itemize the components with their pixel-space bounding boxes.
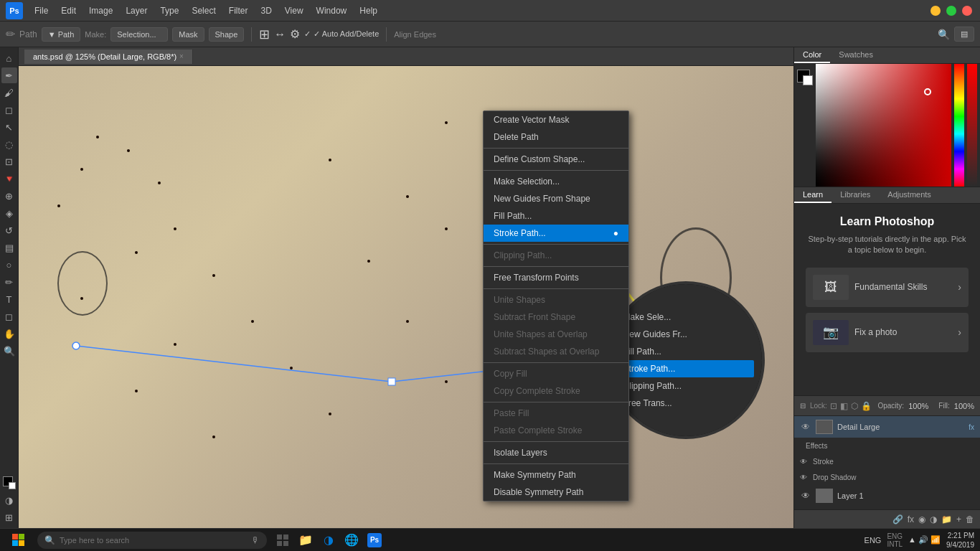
tab-learn[interactable]: Learn xyxy=(794,187,831,203)
menu-edit[interactable]: Edit xyxy=(55,3,82,19)
home-tool[interactable]: ⌂ xyxy=(1,50,17,66)
brush-tool[interactable]: 🖌 xyxy=(1,85,17,100)
lock-position-icon[interactable]: ⊡ xyxy=(830,401,837,411)
new-layer-button[interactable]: + xyxy=(956,514,961,524)
stroke-visibility-icon[interactable]: 👁 xyxy=(800,458,807,466)
stroke-effect-row[interactable]: 👁 Stroke xyxy=(794,453,980,469)
color-gradient[interactable] xyxy=(816,64,951,187)
hue-slider[interactable] xyxy=(954,64,964,187)
ctx-new-guides[interactable]: New Guides From Shape xyxy=(484,190,628,207)
ctx-subtract-front[interactable]: Subtract Front Shape xyxy=(484,309,628,326)
ctx-fill-path[interactable]: Fill Path... xyxy=(484,207,628,225)
background-color[interactable] xyxy=(803,75,813,85)
transform-icon[interactable]: ⊞ xyxy=(259,27,270,42)
ctx-disable-symmetry[interactable]: Disable Symmetry Path xyxy=(484,484,628,501)
ctx-delete-path[interactable]: Delete Path xyxy=(484,128,628,146)
selection-tool[interactable]: ↖ xyxy=(1,119,17,135)
ctx-clipping-path[interactable]: Clipping Path... xyxy=(484,247,628,264)
crop-tool[interactable]: ⊡ xyxy=(1,154,17,169)
shape-button[interactable]: Shape xyxy=(209,27,245,42)
group-layers-button[interactable]: 📁 xyxy=(941,514,952,524)
pen-tool[interactable]: ✒ xyxy=(1,67,17,83)
alpha-slider[interactable] xyxy=(967,64,977,187)
menu-layer[interactable]: Layer xyxy=(120,3,153,19)
layer-mask-button[interactable]: ◉ xyxy=(918,514,925,524)
menu-3d[interactable]: 3D xyxy=(255,3,277,19)
drop-shadow-visibility-icon[interactable]: 👁 xyxy=(800,474,807,481)
menu-select[interactable]: Select xyxy=(186,3,221,19)
menu-window[interactable]: Window xyxy=(311,3,353,19)
history-brush-tool[interactable]: ↺ xyxy=(1,222,17,238)
color-cursor[interactable] xyxy=(924,88,931,95)
lock-pixel-icon[interactable]: ◧ xyxy=(840,401,848,411)
menu-type[interactable]: Type xyxy=(154,3,184,19)
tab-libraries[interactable]: Libraries xyxy=(831,187,879,203)
taskbar-app-explorer[interactable]: 📁 xyxy=(296,530,316,550)
view-mode-button[interactable]: ▤ xyxy=(954,27,974,42)
drop-shadow-row[interactable]: 👁 Drop Shadow xyxy=(794,469,980,485)
canvas-content[interactable]: Create Vector Mask Delete Path Define Cu… xyxy=(19,66,793,528)
mask-button[interactable]: Mask xyxy=(172,27,204,42)
delete-layer-button[interactable]: 🗑 xyxy=(966,514,974,524)
auto-add-delete[interactable]: ✓ ✓ Auto Add/Delete xyxy=(304,29,379,39)
close-button[interactable] xyxy=(962,6,972,16)
ctx-define-custom-shape[interactable]: Define Custom Shape... xyxy=(484,151,628,168)
taskbar-search-input[interactable] xyxy=(60,536,247,545)
layer-fx-icon[interactable]: fx xyxy=(969,423,974,431)
ctx-unite-at-overlap[interactable]: Unite Shapes at Overlap xyxy=(484,326,628,343)
hand-tool[interactable]: ✋ xyxy=(1,326,17,342)
ctx-free-transform[interactable]: Free Transform Points xyxy=(484,269,628,286)
taskbar-app-edge[interactable]: ◑ xyxy=(319,530,339,550)
layer-visibility-detail-large[interactable]: 👁 xyxy=(800,421,811,433)
link-layers-button[interactable]: 🔗 xyxy=(892,514,903,524)
taskbar-app-ps[interactable]: Ps xyxy=(364,530,385,550)
settings-icon[interactable]: ⚙ xyxy=(290,27,300,41)
ctx-subtract-at-overlap[interactable]: Subtract Shapes at Overlap xyxy=(484,343,628,360)
tab-color[interactable]: Color xyxy=(794,47,830,63)
fg-bg-color[interactable] xyxy=(794,64,816,187)
fill-value[interactable]: 100% xyxy=(954,402,974,410)
taskbar-mic-icon[interactable]: 🎙 xyxy=(251,535,260,545)
screen-mode-tool[interactable]: ⊞ xyxy=(1,509,17,525)
taskbar-app-chrome[interactable]: 🌐 xyxy=(341,530,362,550)
ctx-unite-shapes[interactable]: Unite Shapes xyxy=(484,291,628,309)
move-icon[interactable]: ↔ xyxy=(274,28,286,41)
zoom-tool[interactable]: 🔍 xyxy=(1,343,17,359)
layer-style-button[interactable]: fx xyxy=(908,514,914,524)
opacity-value[interactable]: 100% xyxy=(908,402,928,410)
layer-row-layer1[interactable]: 👁 Layer 1 xyxy=(794,485,980,507)
quick-mask-tool[interactable]: ◑ xyxy=(1,492,17,508)
system-tray-icons[interactable]: ▲ 🔊 📶 xyxy=(908,535,941,545)
maximize-button[interactable] xyxy=(946,6,956,16)
adjustment-layer-button[interactable]: ◑ xyxy=(930,514,937,524)
selection-button[interactable]: Selection... xyxy=(110,27,168,42)
path-selector[interactable]: ▼ Path xyxy=(42,27,81,42)
ctx-paste-stroke[interactable]: Paste Complete Stroke xyxy=(484,422,628,439)
taskbar-search-box[interactable]: 🔍 🎙 xyxy=(37,532,267,549)
pen-path-tool[interactable]: ✏ xyxy=(1,274,17,290)
shape-tool[interactable]: ◻ xyxy=(1,309,17,324)
ctx-isolate-layers[interactable]: Isolate Layers xyxy=(484,444,628,461)
tab-adjustments[interactable]: Adjustments xyxy=(879,187,940,203)
search-icon[interactable]: 🔍 xyxy=(938,29,950,40)
clone-tool[interactable]: ◈ xyxy=(1,205,17,221)
fg-bg-swatch[interactable] xyxy=(797,70,813,85)
ctx-create-vector-mask[interactable]: Create Vector Mask xyxy=(484,111,628,128)
canvas-tab-ants[interactable]: ants.psd @ 125% (Detail Large, RGB/8*) × xyxy=(24,50,193,64)
start-button[interactable] xyxy=(6,530,32,550)
ctx-make-selection[interactable]: Make Selection... xyxy=(484,173,628,190)
learn-card-fundamental[interactable]: 🖼 Fundamental Skills › xyxy=(806,268,969,307)
ctx-stroke-path[interactable]: Stroke Path... ● xyxy=(484,225,628,242)
heal-tool[interactable]: ⊕ xyxy=(1,188,17,204)
ctx-copy-fill[interactable]: Copy Fill xyxy=(484,365,628,382)
ctx-copy-stroke[interactable]: Copy Complete Stroke xyxy=(484,382,628,400)
learn-card-fix-photo[interactable]: 📷 Fix a photo › xyxy=(806,313,969,352)
type-tool[interactable]: T xyxy=(1,291,17,307)
minimize-button[interactable] xyxy=(930,6,941,16)
tab-swatches[interactable]: Swatches xyxy=(830,47,882,63)
taskbar-app-store[interactable] xyxy=(273,530,293,550)
layer-row-detail-large[interactable]: 👁 Detail Large fx xyxy=(794,416,980,438)
lasso-tool[interactable]: ◌ xyxy=(1,136,17,152)
canvas-tab-close[interactable]: × xyxy=(179,52,184,60)
menu-view[interactable]: View xyxy=(279,3,309,19)
